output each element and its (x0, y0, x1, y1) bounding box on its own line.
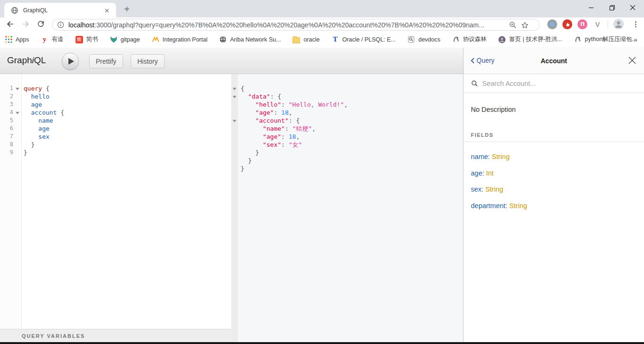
bookmark-item[interactable]: Ariba Network Su... (219, 36, 281, 43)
adblock-icon[interactable] (562, 19, 572, 29)
doc-field-row: age: Int (471, 165, 644, 182)
code-text: } (21, 149, 27, 157)
fold-gutter-cell (231, 125, 238, 133)
fold-arrow-icon[interactable] (231, 92, 238, 101)
field-type-link[interactable]: String (485, 185, 503, 193)
bookmark-item[interactable]: 简简书 (75, 35, 98, 43)
code-text: } (238, 157, 251, 165)
vue-devtools-glyph: V (595, 20, 600, 28)
field-name-link[interactable]: name (471, 153, 488, 160)
bookmark-item[interactable]: gitpage (110, 36, 140, 43)
query-variables-bar[interactable]: QUERY VARIABLES (0, 329, 231, 343)
circle-extension-icon[interactable] (547, 19, 557, 29)
bookmark-item[interactable]: 首页 | 技术胖-胜洪... (498, 35, 562, 43)
execute-query-button[interactable] (62, 53, 79, 70)
fold-arrow-icon[interactable] (13, 84, 21, 92)
doc-explorer-header: Query Account (464, 48, 644, 74)
fold-gutter-cell (13, 141, 21, 149)
toolbar-separator (608, 20, 608, 28)
bookmark-item[interactable]: devdocs (408, 36, 441, 43)
code-text: "name": "桔梗", (238, 125, 316, 133)
query-editor[interactable]: 1query {2 hello3 age4 account {5 name6 a… (0, 74, 231, 329)
bookmark-item[interactable]: python解压压缩包... (574, 35, 637, 43)
bookmark-label: gitpage (121, 36, 140, 43)
code-text: sex (21, 133, 50, 141)
fold-arrow-icon[interactable] (13, 109, 21, 117)
fold-gutter-cell (13, 92, 21, 101)
field-name-link[interactable]: sex (471, 185, 482, 193)
code-line: "account": { (231, 117, 463, 125)
line-number: 8 (0, 141, 13, 149)
fold-arrow-icon[interactable] (231, 117, 238, 125)
bookmark-label: 首页 | 技术胖-胜洪... (509, 35, 562, 43)
bookmark-label: python解压压缩包... (585, 35, 637, 43)
fold-gutter-cell (13, 125, 21, 133)
url-bar[interactable]: localhost:3000/graphql?query=query%20%7B… (52, 19, 540, 31)
field-type-link[interactable]: String (509, 202, 527, 210)
docs-title: Account (464, 57, 644, 65)
code-text: age (21, 101, 42, 109)
doc-explorer-panel: Query Account No Description FIELDS name… (463, 48, 644, 342)
apps-grid-icon (5, 36, 12, 43)
line-number: 9 (0, 149, 13, 157)
code-text: } (238, 149, 259, 157)
prettify-button[interactable]: Prettify (89, 54, 123, 68)
back-icon[interactable] (6, 19, 15, 29)
doc-field-row: department: String (471, 198, 644, 214)
new-tab-button[interactable] (122, 4, 132, 14)
code-text: query { (21, 84, 50, 92)
bookmark-item[interactable]: oracle (293, 36, 319, 43)
history-button[interactable]: History (131, 54, 165, 68)
pink-extension-icon[interactable]: Π (577, 19, 587, 29)
code-line: "sex": "女" (231, 141, 463, 149)
code-text: "age": 18, (238, 133, 300, 141)
paw-icon (574, 36, 582, 43)
field-name-link[interactable]: department (471, 202, 505, 210)
docs-search-row (464, 74, 644, 93)
logo-part: QL (34, 55, 46, 65)
bookmark-item[interactable]: 协议森林 (452, 35, 486, 43)
bookmark-item[interactable]: y有道 (41, 35, 64, 43)
browser-tab[interactable]: GraphiQL (4, 3, 116, 17)
field-name-link[interactable]: age (471, 169, 482, 177)
fold-gutter-cell (231, 165, 238, 173)
fold-gutter-cell (231, 157, 238, 165)
bookmark-star-icon[interactable] (521, 21, 529, 29)
info-icon[interactable] (57, 21, 64, 28)
window-restore-icon[interactable] (602, 0, 621, 15)
integration-portal-icon (152, 36, 159, 43)
bookmark-item[interactable]: Integration Portal (152, 36, 208, 43)
code-text: account { (21, 109, 64, 117)
code-text: } (21, 141, 34, 149)
bookmark-label: Integration Portal (163, 36, 208, 43)
code-line: 3 age (0, 101, 231, 109)
field-type-link[interactable]: String (492, 153, 510, 160)
search-icon (471, 80, 478, 87)
fold-gutter-cell (231, 109, 238, 117)
forward-icon[interactable] (21, 19, 30, 29)
field-type-link[interactable]: Int (486, 169, 493, 177)
tab-close-icon[interactable] (103, 7, 110, 14)
line-number: 7 (0, 133, 13, 141)
profile-avatar[interactable] (613, 19, 624, 29)
code-line: } (231, 157, 463, 165)
docs-search-input[interactable] (481, 79, 625, 88)
chrome-menu-icon[interactable] (631, 19, 640, 29)
code-line: 7 sex (0, 133, 231, 141)
doc-field-row: name: String (471, 149, 644, 165)
globe-favicon-icon (11, 7, 18, 14)
docs-close-icon[interactable] (628, 56, 636, 65)
fold-arrow-icon[interactable] (231, 84, 238, 92)
zoom-indicator-icon[interactable] (509, 21, 517, 29)
reload-icon[interactable] (36, 19, 46, 29)
bookmark-item[interactable]: Apps (5, 36, 29, 43)
fold-gutter-cell (13, 117, 21, 125)
bookmarks-overflow-chevron[interactable]: » (634, 36, 637, 43)
code-line: 6 age (0, 125, 231, 133)
bookmark-item[interactable]: TOracle / PLSQL: E... (331, 36, 395, 43)
window-close-icon[interactable] (623, 0, 642, 15)
code-line: 9} (0, 149, 231, 157)
window-minimize-icon[interactable] (582, 0, 601, 15)
vue-devtools-icon[interactable]: V (593, 19, 602, 29)
line-number: 3 (0, 101, 13, 109)
